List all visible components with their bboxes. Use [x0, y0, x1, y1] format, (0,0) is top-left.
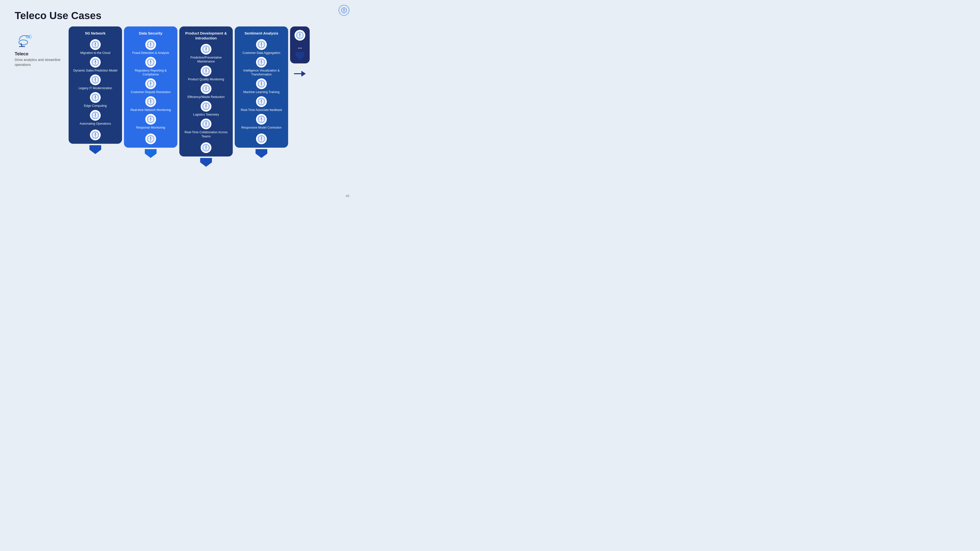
item-label: Logistics Telemetry [193, 113, 219, 117]
col-header-product-dev: Product Development & Introduction [182, 31, 230, 40]
compass-icon [200, 83, 212, 94]
page-title: Teleco Use Cases [0, 0, 357, 27]
list-item: Real-time Network Monitoring [130, 96, 171, 113]
column-product-dev: Product Development & Introduction Predi… [179, 27, 233, 168]
svg-marker-12 [89, 145, 101, 154]
svg-marker-15 [256, 149, 267, 158]
compass-icon-extra [294, 30, 305, 41]
item-label: Regulatory Reporting & Compliance [127, 68, 175, 77]
col-card-data-security: Data Security Fraud Detection & Analysis… [124, 27, 177, 148]
list-item: Logistics Telemetry [193, 101, 219, 118]
compass-icon [90, 92, 101, 103]
col-card-sentiment: Sentiment Analysis Customer Data Aggrega… [235, 27, 288, 148]
list-item: Responsive Model Correction [241, 114, 282, 131]
item-label: Response Monitoring [136, 125, 165, 130]
item-label: Customer Data Aggregation [243, 51, 280, 55]
extra-col-card: ... [290, 27, 310, 64]
down-arrow-sentiment [255, 149, 268, 159]
svg-point-9 [19, 40, 28, 45]
list-item: Customer Dispute Resolution [131, 78, 171, 95]
brand-description: Drive analytics and streamline operation… [15, 57, 64, 67]
compass-icon [145, 96, 156, 107]
item-label: Legacy IT Modernization [79, 86, 112, 90]
extra-column: ... [290, 27, 310, 77]
compass-icon [145, 114, 156, 125]
compass-icon [200, 44, 212, 55]
list-item: Automating Operations [80, 110, 111, 127]
compass-icon [90, 57, 101, 68]
svg-marker-16 [296, 52, 304, 60]
item-label: Fraud Detection & Analysis [132, 51, 169, 55]
page-number: 48 [345, 194, 349, 198]
list-item: Dynamic Sales Prediction Model [73, 57, 117, 74]
down-arrow-extra [294, 52, 305, 60]
column-data-security: Data Security Fraud Detection & Analysis… [124, 27, 177, 159]
list-item: Real-Time Collaboration Across Teams [182, 119, 230, 140]
item-label: Efficiency/Waste Reduction [188, 95, 224, 99]
compass-icon-bottom [200, 142, 212, 153]
extra-dots: ... [298, 44, 302, 50]
col-header-5g: 5G Network [85, 31, 105, 36]
item-label: Real-Time Collaboration Across Teams [182, 130, 230, 138]
compass-icon [200, 119, 212, 129]
list-item: Legacy IT Modernization [79, 75, 112, 92]
item-label: Customer Dispute Resolution [131, 90, 171, 94]
compass-icon [90, 110, 101, 121]
compass-icon [200, 66, 212, 76]
list-item: Regulatory Reporting & Compliance [127, 57, 175, 78]
compass-icon [145, 78, 156, 89]
list-item: Real-Time Associate feedback [241, 96, 282, 113]
down-arrow-data-security [144, 149, 158, 159]
compass-icon [145, 57, 156, 68]
compass-icon [90, 75, 101, 85]
item-label: Edge Computing [84, 104, 107, 108]
item-label: Product Quality Monitoring [188, 78, 224, 81]
item-label: Dynamic Sales Prediction Model [73, 68, 117, 73]
item-label: Real-Time Associate feedback [241, 108, 282, 112]
svg-marker-14 [200, 158, 212, 167]
item-label: Intelligence Visualization & Transformat… [238, 68, 285, 77]
compass-icon [256, 57, 267, 68]
list-item: Customer Data Aggregation [243, 39, 280, 56]
down-arrow-product-dev [199, 158, 213, 168]
compass-icon [256, 39, 267, 50]
brand-logo [15, 31, 34, 49]
list-item: Predictive/Preventative Maintenance [182, 44, 230, 65]
compass-icon [200, 101, 212, 112]
col-card-5g: 5G Network Migration to the Cloud Dynami… [68, 27, 122, 144]
compass-icon-top-right [339, 5, 349, 16]
down-arrow-5g [88, 145, 102, 155]
item-label: Responsive Model Correction [241, 125, 282, 130]
item-label: Predictive/Preventative Maintenance [182, 56, 230, 64]
brand-name: Teleco [15, 51, 29, 57]
brand-panel: Teleco Drive analytics and streamline op… [15, 27, 64, 67]
list-item: Fraud Detection & Analysis [132, 39, 169, 56]
compass-icon [145, 39, 156, 50]
compass-icon [256, 114, 267, 125]
item-label: Machine Learning Training [243, 90, 279, 94]
compass-icon-bottom [145, 133, 156, 144]
list-item: Efficiency/Waste Reduction [188, 83, 224, 100]
item-label: Migration to the Cloud [80, 51, 110, 55]
col-card-product-dev: Product Development & Introduction Predi… [179, 27, 233, 157]
list-item: Machine Learning Training [243, 78, 279, 95]
arrow-line [294, 73, 301, 74]
compass-icon [256, 96, 267, 107]
item-label: Automating Operations [80, 122, 111, 125]
column-5g-network: 5G Network Migration to the Cloud Dynami… [68, 27, 122, 155]
list-item: Intelligence Visualization & Transformat… [238, 57, 285, 78]
list-item: Response Monitoring [136, 114, 165, 131]
list-item: Product Quality Monitoring [188, 66, 224, 83]
compass-icon [90, 39, 101, 50]
arrow-right-head [301, 71, 306, 77]
right-arrow-group [294, 71, 306, 77]
column-sentiment: Sentiment Analysis Customer Data Aggrega… [235, 27, 288, 159]
svg-marker-13 [145, 149, 157, 158]
col-header-data-security: Data Security [139, 31, 162, 36]
item-label: Real-time Network Monitoring [130, 108, 171, 112]
compass-icon [256, 78, 267, 89]
col-header-sentiment: Sentiment Analysis [245, 31, 278, 36]
compass-icon-bottom [90, 130, 101, 140]
list-item: Edge Computing [84, 92, 107, 109]
compass-icon-bottom [256, 133, 267, 144]
